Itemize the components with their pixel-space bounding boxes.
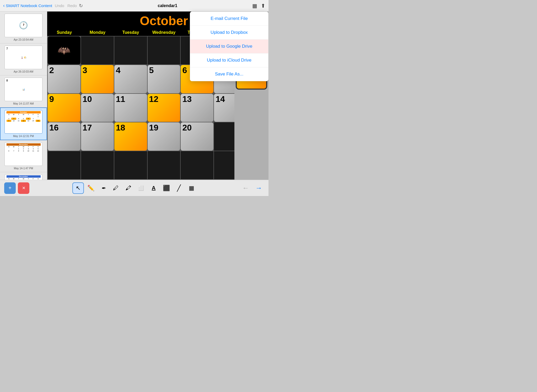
prev-page-button[interactable]: ← — [240, 183, 251, 193]
pen-tool-button[interactable]: ✏️ — [85, 182, 96, 194]
cal-num-11: 11 — [114, 94, 147, 104]
mini-calendar-november: November SMTWTFS 12345 6789101112 — [7, 143, 41, 165]
cal-cell-11[interactable]: 11 — [114, 94, 147, 122]
page-controls: + ✕ — [4, 182, 29, 194]
cal-num-2: 2 — [48, 65, 80, 75]
cal-cell-3[interactable]: 3 — [81, 65, 114, 93]
cal-cell-16[interactable]: 16 — [48, 122, 80, 150]
menu-icloud[interactable]: Upload to iCloud Drive — [190, 53, 268, 67]
cal-cell-10[interactable]: 10 — [81, 94, 114, 122]
menu-dropbox[interactable]: Upload to Dropbox — [190, 26, 268, 40]
back-button[interactable]: ‹ SMART Notebook Content — [3, 3, 52, 8]
text-icon: A — [152, 185, 155, 191]
page-title: calendar1 — [83, 3, 252, 8]
select-tool-button[interactable]: ↖ — [72, 182, 84, 194]
weather-icon: 🌡️🌤️ — [20, 56, 27, 59]
cal-num-5: 5 — [148, 65, 180, 75]
thumb-num-3: 8 — [6, 79, 8, 82]
menu-save-as[interactable]: Save File As... — [190, 67, 268, 81]
menu-google-drive[interactable]: Upload to Google Drive — [190, 40, 268, 53]
cal-cell-r5-5[interactable] — [181, 151, 213, 179]
cal-cell-20[interactable]: 20 — [181, 122, 213, 150]
drawing-tools: ↖ ✏️ ✒ 🖊 🖍 ⬜ A ⬛ ╱ ▦ — [72, 182, 197, 194]
shape-tool-button[interactable]: ⬛ — [160, 182, 172, 194]
undo-redo-group: Undo Redo — [55, 3, 77, 8]
cal-cell-13[interactable]: 13 — [181, 94, 213, 122]
highlighter-tool-button[interactable]: 🖍 — [123, 182, 134, 194]
topbar: ‹ SMART Notebook Content Undo Redo ↻ cal… — [0, 0, 268, 12]
thumb-label-2: Apr 26-10:03 AM — [14, 70, 33, 73]
sidebar-item-4[interactable]: 9 October SMTWTFS 1 234567 9101112131415… — [0, 107, 47, 140]
mini-calendar-october: October SMTWTFS 1 234567 9101112131415 — [7, 111, 41, 133]
pencil-tool-button[interactable]: ✒ — [98, 182, 109, 194]
cal-cell-9[interactable]: 9 — [48, 94, 80, 122]
thumb-label-1: Apr 23-10:54 AM — [14, 38, 33, 41]
day-wednesday: Wednesday — [147, 29, 181, 36]
line-icon: ╱ — [177, 184, 181, 192]
cal-num-17: 17 — [81, 122, 114, 133]
add-page-button[interactable]: + — [4, 182, 16, 194]
cal-cell-r5-4[interactable] — [148, 151, 180, 179]
refresh-button[interactable]: ↻ — [79, 3, 83, 9]
cal-cell-r1-3[interactable] — [114, 36, 147, 64]
bat-icon: 🦇 — [55, 42, 73, 59]
cal-cell-r5-1[interactable] — [48, 151, 80, 179]
thumb-label-4: May 14-12:31 PM — [13, 135, 34, 138]
sidebar-item-2[interactable]: 7 🌡️🌤️ Apr 26-10:03 AM — [0, 43, 47, 75]
cal-cell-5[interactable]: 5 — [148, 65, 180, 93]
day-sunday: Sunday — [48, 29, 81, 36]
thumb-preview-1: 🕐 — [4, 14, 42, 37]
device-icon[interactable]: ▦ — [252, 3, 257, 9]
bottom-toolbar: + ✕ ↖ ✏️ ✒ 🖊 🖍 ⬜ A ⬛ ╱ ▦ — [0, 180, 268, 196]
thumb-preview-4: 9 October SMTWTFS 1 234567 9101112131415 — [4, 110, 42, 134]
thumb-label-3: May 14-11:07 AM — [13, 102, 34, 105]
day-monday: Monday — [81, 29, 114, 36]
eraser-tool-button[interactable]: ⬜ — [135, 182, 147, 194]
cal-num-13: 13 — [181, 94, 213, 104]
pencil-icon: ✒ — [101, 185, 106, 191]
sidebar-item-3[interactable]: 8 📊 May 14-11:07 AM — [0, 75, 47, 107]
cal-cell-19[interactable]: 19 — [148, 122, 180, 150]
thumb-preview-3: 8 📊 — [4, 78, 42, 101]
undo-button[interactable]: Undo — [55, 3, 64, 8]
cal-cell-4[interactable]: 4 — [114, 65, 147, 93]
top-right-icons: ▦ ⬆ — [252, 3, 265, 9]
sidebar-item-5[interactable]: 10 November SMTWTFS 12345 6789101112 May… — [0, 140, 47, 172]
line-tool-button[interactable]: ╱ — [173, 182, 185, 194]
day-tuesday: Tuesday — [114, 29, 147, 36]
graph-icon: 📊 — [22, 88, 25, 91]
cal-cell-r5-3[interactable] — [114, 151, 147, 179]
thumb-preview-6: 11 December SMTWTFS 123 45678910 — [4, 174, 42, 180]
cal-num-18: 18 — [114, 122, 147, 133]
cal-cell-12[interactable]: 12 — [148, 94, 180, 122]
share-icon[interactable]: ⬆ — [261, 3, 265, 9]
cal-cell-bat[interactable]: 🦇 — [48, 36, 80, 64]
nav-controls: ← → — [240, 183, 264, 193]
cal-num-12: 12 — [148, 94, 180, 104]
marker-tool-button[interactable]: 🖊 — [110, 182, 122, 194]
back-label: SMART Notebook Content — [6, 3, 52, 8]
cal-cell-17[interactable]: 17 — [81, 122, 114, 150]
cal-cell-r1-4[interactable] — [148, 36, 180, 64]
sidebar: 🕐 Apr 23-10:54 AM 7 🌡️🌤️ Apr 26-10:03 AM… — [0, 12, 47, 180]
gallery-tool-button[interactable]: ▦ — [186, 182, 197, 194]
shape-icon: ⬛ — [163, 185, 170, 192]
cal-cell-2[interactable]: 2 — [48, 65, 80, 93]
sidebar-item-6[interactable]: 11 December SMTWTFS 123 45678910 — [0, 172, 47, 180]
sidebar-item-1[interactable]: 🕐 Apr 23-10:54 AM — [0, 12, 47, 43]
cal-cell-r1-2[interactable] — [81, 36, 114, 64]
redo-button[interactable]: Redo — [67, 3, 77, 8]
delete-page-button[interactable]: ✕ — [18, 182, 29, 194]
cal-cell-r5-2[interactable] — [81, 151, 114, 179]
text-tool-button[interactable]: A — [148, 182, 159, 194]
thumb-preview-2: 7 🌡️🌤️ — [4, 46, 42, 69]
cal-num-9: 9 — [48, 94, 80, 104]
marker-icon: 🖊 — [113, 185, 119, 192]
menu-email[interactable]: E-mail Current File — [190, 12, 268, 26]
next-page-button[interactable]: → — [253, 183, 264, 193]
cal-cell-18[interactable]: 18 — [114, 122, 147, 150]
thumb-preview-5: 10 November SMTWTFS 12345 6789101112 — [4, 142, 42, 166]
cal-num-16: 16 — [48, 122, 80, 133]
cal-num-3: 3 — [81, 65, 114, 75]
eraser-icon: ⬜ — [138, 185, 144, 191]
